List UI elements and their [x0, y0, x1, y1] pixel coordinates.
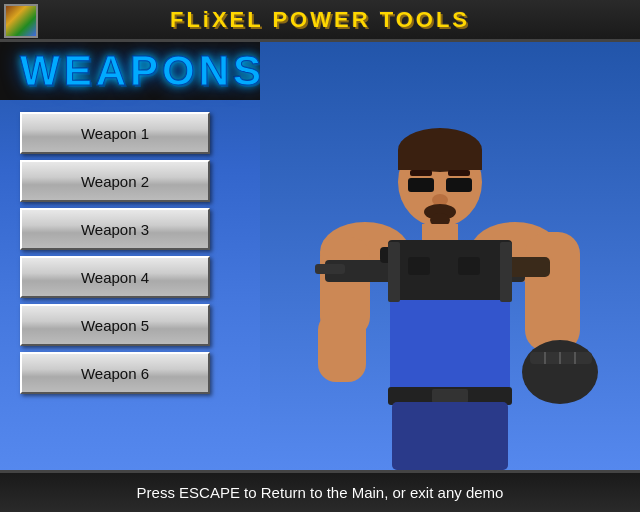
app-title: FLiXEL POWER TOOLS — [170, 7, 470, 33]
character-image — [260, 42, 640, 470]
weapon-button-4[interactable]: Weapon 4 — [20, 256, 210, 298]
app-header: FLiXEL POWER TOOLS — [0, 0, 640, 42]
weapon-button-2[interactable]: Weapon 2 — [20, 160, 210, 202]
svg-rect-8 — [448, 170, 470, 176]
svg-rect-17 — [525, 232, 580, 352]
weapon-button-1[interactable]: Weapon 1 — [20, 112, 210, 154]
weapon-buttons-container: Weapon 1Weapon 2Weapon 3Weapon 4Weapon 5… — [20, 112, 210, 394]
status-text: Press ESCAPE to Return to the Main, or e… — [137, 484, 504, 501]
svg-rect-36 — [458, 257, 480, 275]
weapon-button-3[interactable]: Weapon 3 — [20, 208, 210, 250]
svg-rect-16 — [318, 312, 366, 382]
svg-point-18 — [522, 340, 598, 404]
svg-rect-32 — [388, 240, 512, 300]
main-content: WEAPONS — [0, 42, 640, 470]
svg-rect-39 — [432, 389, 468, 403]
svg-rect-24 — [315, 264, 345, 274]
character-area — [260, 42, 640, 470]
svg-rect-6 — [398, 150, 482, 170]
status-bar: Press ESCAPE to Return to the Main, or e… — [0, 470, 640, 512]
svg-rect-34 — [500, 242, 512, 302]
svg-rect-35 — [408, 257, 430, 275]
weapon-button-6[interactable]: Weapon 6 — [20, 352, 210, 394]
svg-rect-7 — [410, 170, 432, 176]
svg-rect-37 — [400, 300, 500, 390]
weapon-button-5[interactable]: Weapon 5 — [20, 304, 210, 346]
svg-rect-10 — [446, 178, 472, 192]
svg-rect-33 — [388, 242, 400, 302]
svg-rect-40 — [392, 402, 508, 470]
app-logo — [4, 4, 38, 38]
weapons-title: WEAPONS — [20, 47, 265, 95]
svg-rect-9 — [408, 178, 434, 192]
